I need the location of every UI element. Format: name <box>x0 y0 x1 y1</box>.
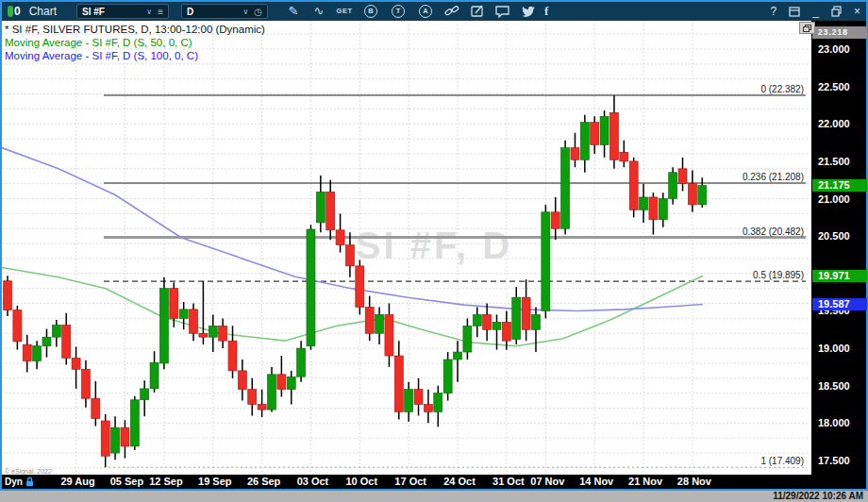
candle[interactable] <box>405 390 413 412</box>
pane-restore-button[interactable] <box>799 22 815 34</box>
candle[interactable] <box>267 375 275 410</box>
price-axis[interactable]: 23.00022.50022.00021.50021.00020.50020.0… <box>811 21 866 475</box>
candle[interactable] <box>316 192 325 223</box>
candle[interactable] <box>307 229 315 346</box>
candle[interactable] <box>678 169 687 184</box>
minimize-button[interactable]: _ <box>812 4 819 19</box>
time-axis[interactable]: Dyn 29 Aug05 Sep12 Sep19 Sep26 Sep03 Oct… <box>2 475 866 489</box>
candle[interactable] <box>600 116 609 144</box>
chart-pane[interactable]: SI #F, D0 (22.382)0.236 (21.208)0.382 (2… <box>2 21 811 475</box>
candle[interactable] <box>179 310 188 319</box>
candle[interactable] <box>4 281 12 310</box>
candle[interactable] <box>159 289 168 363</box>
circled-t-icon[interactable]: T <box>392 5 405 18</box>
symbol-menu-icon[interactable]: ≡ <box>158 7 163 17</box>
candle[interactable] <box>33 346 42 361</box>
candle[interactable] <box>111 427 120 453</box>
candle[interactable] <box>365 307 374 333</box>
restore-button[interactable] <box>830 4 843 19</box>
candle[interactable] <box>640 197 648 209</box>
candle[interactable] <box>414 390 423 405</box>
clock-icon[interactable]: ◷ <box>254 7 262 17</box>
candle[interactable] <box>190 310 198 333</box>
ma-line[interactable] <box>2 148 703 311</box>
candle[interactable] <box>297 348 306 376</box>
candle[interactable] <box>345 245 354 266</box>
candle[interactable] <box>454 352 462 360</box>
candle[interactable] <box>649 197 658 220</box>
candle[interactable] <box>336 230 344 245</box>
candle[interactable] <box>81 369 90 398</box>
candle[interactable] <box>688 184 696 205</box>
candle[interactable] <box>376 314 384 333</box>
candle[interactable] <box>287 376 295 389</box>
candle[interactable] <box>356 266 364 308</box>
candle[interactable] <box>561 148 570 229</box>
candle[interactable] <box>571 148 579 160</box>
candle[interactable] <box>659 199 667 220</box>
candle[interactable] <box>170 289 178 319</box>
candle[interactable] <box>199 333 208 337</box>
draw-pencil-icon[interactable]: ✎ <box>284 2 303 21</box>
chevron-down-icon[interactable]: ∨ <box>242 8 248 16</box>
candle[interactable] <box>551 212 559 228</box>
candle[interactable] <box>463 326 472 352</box>
candle[interactable] <box>42 337 51 346</box>
interval-input[interactable]: D ∨ ◷ <box>181 4 268 19</box>
close-button[interactable]: × <box>854 4 860 19</box>
chevron-down-icon[interactable]: ∨ <box>146 8 152 16</box>
candle[interactable] <box>326 192 335 229</box>
candle[interactable] <box>629 161 638 210</box>
candle[interactable] <box>228 341 237 371</box>
candle[interactable] <box>121 427 129 446</box>
candle[interactable] <box>277 375 286 390</box>
candle[interactable] <box>492 322 501 329</box>
link-share-icon[interactable] <box>442 4 461 19</box>
circled-a-icon[interactable]: A <box>419 5 432 18</box>
candle[interactable] <box>238 371 246 390</box>
studies-wave-icon[interactable]: ∿ <box>309 2 328 21</box>
candle[interactable] <box>101 421 109 456</box>
candle[interactable] <box>258 405 266 410</box>
candle[interactable] <box>669 173 677 199</box>
candle[interactable] <box>385 314 393 356</box>
candle[interactable] <box>502 322 510 341</box>
candle[interactable] <box>620 152 628 161</box>
candle[interactable] <box>23 344 31 360</box>
help-button[interactable]: ? <box>771 4 777 19</box>
candle[interactable] <box>209 326 217 337</box>
twitter-icon[interactable] <box>519 4 538 19</box>
candle[interactable] <box>531 314 540 329</box>
candle[interactable] <box>72 358 80 369</box>
price-chart[interactable]: SI #F, D0 (22.382)0.236 (21.208)0.382 (2… <box>2 21 811 475</box>
panel-layout-icon[interactable] <box>788 4 801 19</box>
candle[interactable] <box>92 398 100 418</box>
symbol-input[interactable]: SI #F ∨ ≡ <box>76 4 169 19</box>
compose-note-icon[interactable] <box>468 4 487 19</box>
candle[interactable] <box>219 326 227 341</box>
candle[interactable] <box>522 297 530 329</box>
candle[interactable] <box>698 186 707 205</box>
candle[interactable] <box>13 310 22 342</box>
candle[interactable] <box>591 123 599 145</box>
candle[interactable] <box>512 297 521 339</box>
chat-bubble-icon[interactable] <box>493 4 512 19</box>
candle[interactable] <box>434 393 442 412</box>
candle[interactable] <box>483 314 492 329</box>
candle[interactable] <box>580 123 589 160</box>
candle[interactable] <box>609 112 618 159</box>
candle[interactable] <box>542 212 550 311</box>
candle[interactable] <box>141 389 149 400</box>
candle[interactable] <box>62 326 71 359</box>
candle[interactable] <box>248 390 257 405</box>
circled-b-icon[interactable]: B <box>364 5 377 18</box>
get-data-icon[interactable]: GET <box>335 2 354 21</box>
candle[interactable] <box>52 326 60 338</box>
candle[interactable] <box>130 400 139 446</box>
candle[interactable] <box>394 356 403 411</box>
candle[interactable] <box>443 360 452 393</box>
ma-line[interactable] <box>2 267 703 345</box>
candle[interactable] <box>150 362 159 389</box>
candle[interactable] <box>473 314 481 326</box>
facebook-icon[interactable]: f <box>544 4 548 19</box>
